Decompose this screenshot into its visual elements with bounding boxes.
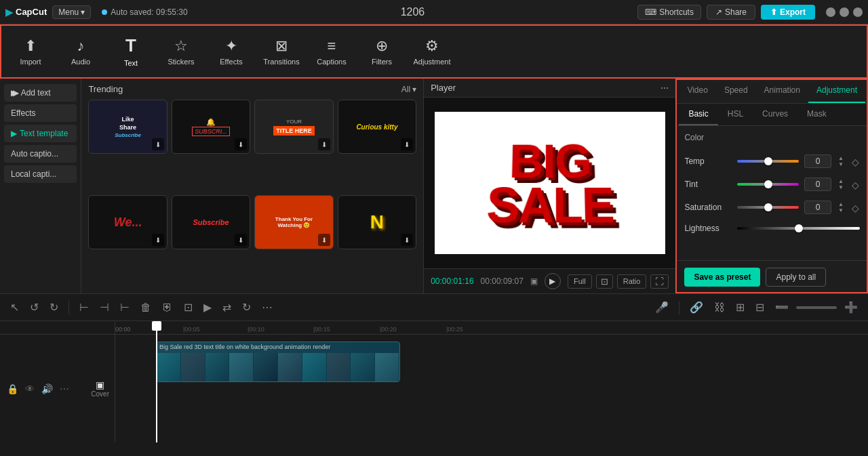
all-button[interactable]: All ▾ <box>401 85 416 94</box>
track-lock[interactable]: 🔒 <box>5 382 20 396</box>
toolbar-effects[interactable]: ✦ Effects <box>208 28 255 75</box>
group-button[interactable]: ⊟ <box>752 299 768 316</box>
download-icon-1[interactable]: ⬇ <box>152 138 164 150</box>
tab-adjustment[interactable]: Adjustment <box>808 79 865 103</box>
redo-button[interactable]: ↻ <box>46 299 62 316</box>
undo-button[interactable]: ↺ <box>26 299 42 316</box>
more-tool[interactable]: ⋯ <box>258 299 276 316</box>
toolbar-text[interactable]: T Text <box>107 28 155 75</box>
lightness-thumb[interactable] <box>795 224 803 232</box>
toolbar-adjustment[interactable]: ⚙ Adjustment <box>408 28 456 75</box>
text-template-button[interactable]: ▶ Text template <box>4 125 77 142</box>
toolbar-transitions[interactable]: ⊠ Transitions <box>258 28 305 75</box>
download-icon-5[interactable]: ⬇ <box>152 234 164 246</box>
template-card-8[interactable]: N ⬇ <box>338 195 416 249</box>
playhead-top[interactable] <box>152 321 161 331</box>
full-btn[interactable]: Full <box>568 274 592 289</box>
maximize-button[interactable] <box>840 7 849 17</box>
player-menu-icon[interactable]: ⋯ <box>660 83 669 93</box>
add-text-button[interactable]: ▶ ▶ Add text <box>4 84 77 102</box>
close-button[interactable] <box>853 7 863 17</box>
download-icon-2[interactable]: ⬇ <box>235 138 247 150</box>
minus-button[interactable]: ➖ <box>772 299 792 316</box>
download-icon-3[interactable]: ⬇ <box>318 138 330 150</box>
toolbar-stickers[interactable]: ☆ Stickers <box>157 28 205 75</box>
auto-caption-button[interactable]: Auto captio... <box>4 145 77 163</box>
tab-animation[interactable]: Animation <box>756 79 808 103</box>
temp-thumb[interactable] <box>764 157 772 165</box>
apply-to-all-button[interactable]: Apply to all <box>766 268 826 287</box>
sub-tab-curves[interactable]: Curves <box>753 104 797 125</box>
temp-slider[interactable] <box>737 160 799 163</box>
saturation-slider[interactable] <box>737 206 799 209</box>
sub-tab-hsl[interactable]: HSL <box>718 104 753 125</box>
trim-left[interactable]: ⊣ <box>96 299 113 316</box>
download-icon-6[interactable]: ⬇ <box>235 234 247 246</box>
export-button[interactable]: ⬆ Export <box>761 5 815 20</box>
tint-keyframe[interactable]: ◇ <box>850 180 860 189</box>
template-card-5[interactable]: We... ⬇ <box>88 195 167 249</box>
play-clip[interactable]: ▶ <box>200 299 215 316</box>
toolbar-audio[interactable]: ♪ Audio <box>57 28 104 75</box>
select-tool[interactable]: ↖ <box>7 299 22 316</box>
delete-tool[interactable]: 🗑 <box>137 299 155 316</box>
trim-right[interactable]: ⊢ <box>117 299 133 316</box>
sub-tab-mask[interactable]: Mask <box>797 104 836 125</box>
temp-down[interactable]: ▼ <box>837 162 845 167</box>
mic-button[interactable]: 🎤 <box>652 299 672 316</box>
tint-up[interactable]: ▲ <box>837 179 845 184</box>
toolbar-captions[interactable]: ≡ Captions <box>308 28 355 75</box>
menu-button[interactable]: Menu ▾ <box>52 5 91 19</box>
tint-down[interactable]: ▼ <box>837 185 845 190</box>
mirror-h[interactable]: ⇄ <box>219 299 235 316</box>
temp-up[interactable]: ▲ <box>837 156 845 161</box>
play-button[interactable]: ▶ <box>545 273 561 289</box>
local-caption-button[interactable]: Local capti... <box>4 165 77 183</box>
shortcuts-button[interactable]: ⌨ Shortcuts <box>637 5 701 20</box>
tint-thumb[interactable] <box>764 180 772 188</box>
saturation-down[interactable]: ▼ <box>837 208 845 213</box>
saturation-keyframe[interactable]: ◇ <box>850 203 860 212</box>
toolbar-filters[interactable]: ⊕ Filters <box>358 28 406 75</box>
crop-tool[interactable]: ⛨ <box>159 299 176 316</box>
ratio-btn[interactable]: Ratio <box>617 274 647 289</box>
rotate-tool[interactable]: ↻ <box>239 299 254 316</box>
freeze-tool[interactable]: ⊡ <box>180 299 196 316</box>
fullscreen-btn[interactable]: ⛶ <box>650 274 669 289</box>
share-button[interactable]: ↗ Share <box>707 5 755 20</box>
download-icon-8[interactable]: ⬇ <box>401 234 413 246</box>
fit-btn[interactable]: ⊡ <box>596 274 613 289</box>
saturation-up[interactable]: ▲ <box>837 202 845 207</box>
tab-speed[interactable]: Speed <box>716 79 756 103</box>
template-card-3[interactable]: YOUR TITLE HERE ⬇ <box>254 100 333 154</box>
effects-button[interactable]: Effects <box>4 104 77 122</box>
snap-button[interactable]: ⊞ <box>732 299 748 316</box>
saturation-thumb[interactable] <box>764 203 772 211</box>
split-tool[interactable]: ⊢ <box>76 299 92 316</box>
temp-keyframe[interactable]: ◇ <box>850 157 860 166</box>
video-clip[interactable]: Big Sale red 3D text title on white back… <box>156 341 400 382</box>
plus-button[interactable]: ➕ <box>841 299 861 316</box>
template-card-4[interactable]: Curious kitty ⬇ <box>338 100 416 154</box>
toolbar-import[interactable]: ⬆ Import <box>7 28 54 75</box>
template-card-1[interactable]: Like Share Subscribe ⬇ <box>88 100 167 154</box>
tint-slider[interactable] <box>737 183 799 186</box>
window-controls <box>826 7 863 17</box>
minimize-button[interactable] <box>826 7 835 17</box>
tab-video[interactable]: Video <box>679 79 715 103</box>
template-card-2[interactable]: 🔔 SUBSCRI... ⬇ <box>172 100 250 154</box>
sub-tab-basic[interactable]: Basic <box>679 104 717 125</box>
link-button[interactable]: 🔗 <box>686 299 707 316</box>
playhead[interactable] <box>156 321 157 442</box>
lightness-slider[interactable] <box>737 227 860 230</box>
track-visibility[interactable]: 👁 <box>24 382 36 396</box>
download-icon-7[interactable]: ⬇ <box>318 234 330 246</box>
template-card-6[interactable]: Subscribe ⬇ <box>172 195 250 249</box>
template-card-7[interactable]: Thank You For Watching 😊 ⬇ <box>254 195 333 249</box>
save-preset-button[interactable]: Save as preset <box>684 268 760 287</box>
download-icon-4[interactable]: ⬇ <box>401 138 413 150</box>
chain-button[interactable]: ⛓ <box>711 299 728 316</box>
track-more[interactable]: ⋯ <box>58 382 71 396</box>
zoom-slider[interactable] <box>796 306 837 309</box>
track-mute[interactable]: 🔊 <box>40 382 54 396</box>
